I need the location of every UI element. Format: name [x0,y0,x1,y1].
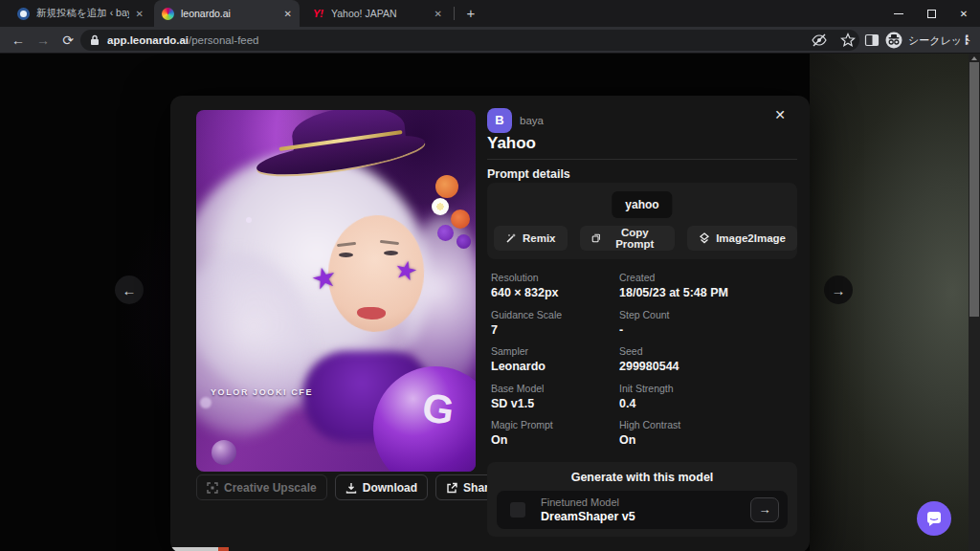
image2image-label: Image2Image [716,232,786,244]
flower-purple [457,234,471,249]
meta-sampler: Sampler Leonardo [491,345,619,383]
user-avatar[interactable]: B [487,108,512,133]
meta-value: 18/05/23 at 5:48 PM [619,286,797,299]
meta-value: 0.4 [619,397,797,410]
model-row[interactable]: Finetuned Model DreamShaper v5 → [497,491,788,529]
meta-value: On [619,433,797,447]
figure-eye [339,253,353,257]
bokeh-sphere [212,440,236,465]
meta-high-contrast: High Contrast On [619,419,797,456]
meta-label: Created [619,272,797,283]
tab-bar: 新規投稿を追加 ‹ baya884 — Wor ✕ leonardo.ai ✕ … [0,0,980,27]
meta-value: On [491,433,619,447]
remix-wand-icon [505,232,517,244]
window-controls: ✕ [882,0,980,27]
modal-close-button[interactable]: ✕ [770,105,790,124]
scrollbar-thumb[interactable] [969,62,979,317]
browser-window: 新規投稿を追加 ‹ baya884 — Wor ✕ leonardo.ai ✕ … [0,0,980,551]
url-bar[interactable]: app.leonardo.ai/personal-feed [80,30,859,51]
meta-resolution: Resolution 640 × 832px [491,272,619,309]
model-thumbnail [510,502,525,518]
flower-purple [437,225,454,241]
window-close-button[interactable]: ✕ [947,0,980,27]
bookmark-star-icon[interactable] [840,33,856,48]
meta-label: Seed [619,345,797,357]
username[interactable]: baya [520,115,544,126]
image2image-button[interactable]: Image2Image [687,226,797,251]
meta-value: SD v1.5 [491,397,619,410]
eye-hidden-icon[interactable] [812,33,827,48]
bokeh-dot [246,217,252,223]
reload-button[interactable]: ⟳ [59,32,77,49]
wordpress-favicon-icon [17,8,30,20]
copy-icon [591,232,601,244]
tab-close-icon[interactable]: ✕ [136,9,144,19]
copy-prompt-label: Copy Prompt [606,227,663,250]
meta-label: Step Count [619,309,797,320]
side-panel-icon[interactable] [864,33,880,48]
tab-close-icon[interactable]: ✕ [284,9,292,19]
url-path: /personal-feed [189,34,259,46]
creative-upscale-label: Creative Upscale [224,481,317,495]
minimize-button[interactable] [882,0,915,27]
download-button[interactable]: Download [335,474,428,500]
tab-separator [454,7,455,20]
share-icon [446,482,457,494]
chat-widget-button[interactable] [917,501,951,536]
meta-base-model: Base Model SD v1.5 [491,383,619,420]
remix-button[interactable]: Remix [494,226,568,251]
creative-upscale-button[interactable]: Creative Upscale [196,474,327,500]
copy-prompt-button[interactable]: Copy Prompt [580,226,676,251]
flower-orange [451,209,470,229]
bokeh-dot [200,397,212,408]
meta-value: Leonardo [491,360,619,373]
tab-leonardo-active[interactable]: leonardo.ai ✕ [154,0,300,27]
forward-button[interactable]: → [34,32,52,49]
model-go-button[interactable]: → [750,497,779,522]
leonardo-favicon-icon [162,8,174,20]
figure-eye [384,251,398,255]
partial-content-below [171,547,218,551]
tab-wordpress[interactable]: 新規投稿を追加 ‹ baya884 — Wor ✕ [10,0,151,27]
prompt-action-buttons: Remix Copy Prompt [494,226,797,251]
metadata-grid: Resolution 640 × 832px Created 18/05/23 … [491,272,797,456]
tab-yahoo[interactable]: Y! Yahoo! JAPAN ✕ [304,0,450,27]
previous-image-button[interactable]: ← [115,276,144,304]
browser-menu-button[interactable]: ⋮ [961,32,972,49]
download-icon [345,482,357,494]
meta-value: - [619,323,797,337]
model-name: DreamShaper v5 [541,510,635,523]
flower-white [432,198,449,215]
url-host: app.leonardo.ai [107,34,189,46]
back-button[interactable]: ← [10,32,27,49]
generation-title: Yahoo [487,134,536,153]
meta-label: Init Strength [619,383,797,394]
prompt-details-heading: Prompt details [487,167,570,181]
page-background: ← → ★ ★ [0,54,980,551]
divider [487,159,797,160]
new-tab-button[interactable]: + [461,4,480,23]
meta-magic-prompt: Magic Prompt On [491,419,619,456]
meta-value: 299980544 [619,360,797,373]
meta-value: 640 × 832px [491,286,619,299]
prompt-text-chip[interactable]: yahoo [612,191,672,218]
download-label: Download [363,481,417,495]
incognito-badge: シークレット [885,31,972,50]
tab-close-icon[interactable]: ✕ [434,9,442,19]
image-caption-text: YOLOR JOOKI CFE [211,387,313,397]
flower-orange [435,175,458,198]
maximize-button[interactable] [915,0,947,27]
next-image-button[interactable]: → [824,276,853,304]
generated-image[interactable]: ★ ★ G YOLOR JOOKI CFE [196,110,476,472]
meta-guidance-scale: Guidance Scale 7 [491,309,619,346]
yahoo-favicon-icon: Y! [312,8,324,20]
chat-bubble-icon [925,510,943,527]
model-type-label: Finetuned Model [541,496,619,508]
incognito-icon [885,32,902,49]
upscale-icon [207,482,218,494]
armor-logo: G [412,383,465,436]
meta-init-strength: Init Strength 0.4 [619,383,797,420]
prompt-details-box: yahoo Remix [487,183,797,259]
scrollbar-up-arrow[interactable] [971,56,977,60]
meta-created: Created 18/05/23 at 5:48 PM [619,272,797,309]
